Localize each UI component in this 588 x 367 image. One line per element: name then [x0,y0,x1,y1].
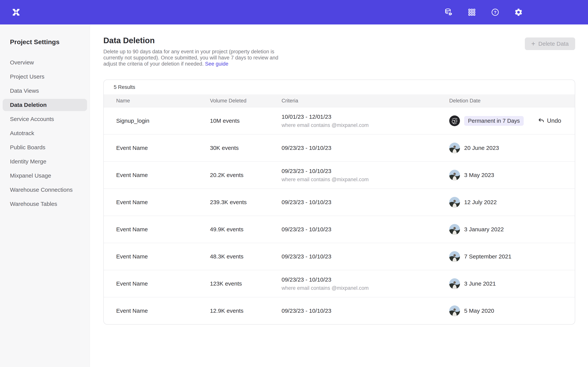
sidebar-item-project-users[interactable]: Project Users [3,71,87,83]
table-row: Event Name 123K events 09/23/23 - 10/10/… [104,270,575,297]
avatar [449,278,460,289]
sidebar-item-service-accounts[interactable]: Service Accounts [3,113,87,125]
table-header-row: Name Volume Deleted Criteria Deletion Da… [104,94,575,107]
deletion-table-card: 5 Results Name Volume Deleted Criteria D… [103,80,575,325]
row-name: Event Name [116,145,210,151]
topbar: ? [0,0,588,25]
sidebar-item-public-boards[interactable]: Public Boards [3,141,87,153]
row-criteria: 10/01/23 - 12/01/23 [282,114,449,120]
description-line: currently not supported). Once submitted… [103,55,278,61]
sidebar-item-data-views[interactable]: Data Views [3,85,87,97]
row-name: Signup_login [116,117,210,124]
deletion-date: 3 May 2023 [464,172,494,178]
row-volume: 20.2K events [210,172,282,178]
sidebar-item-identity-merge[interactable]: Identity Merge [3,155,87,168]
topbar-icon-group: ? [444,8,523,17]
deletion-date: 5 May 2020 [464,308,494,314]
table-row: Event Name 48.3K events 09/23/23 - 10/10… [104,243,575,270]
deletion-date: 3 January 2022 [464,226,504,233]
page-title: Data Deletion [103,36,278,45]
row-criteria-filter: where email contains @mixpanel.com [282,285,449,291]
column-header-volume: Volume Deleted [210,98,282,104]
row-volume: 30K events [210,145,282,151]
description-line: Delete up to 90 days data for any event … [103,49,274,54]
column-header-name: Name [116,98,210,104]
row-name: Event Name [116,172,210,178]
svg-text:?: ? [494,10,496,15]
database-gear-icon[interactable] [444,8,453,17]
row-volume: 10M events [210,117,282,124]
row-criteria: 09/23/23 - 10/10/23 [282,199,449,206]
row-criteria-filter: where email contains @mixpanel.com [282,122,449,128]
avatar [449,116,460,126]
plus-icon: + [531,40,535,47]
row-volume: 12.9K events [210,308,282,314]
page-description: Delete up to 90 days data for any event … [103,49,278,67]
row-criteria: 09/23/23 - 10/10/23 [282,308,449,314]
avatar [449,224,460,235]
avatar [449,197,460,208]
sidebar-title: Project Settings [3,38,87,46]
row-name: Event Name [116,308,210,314]
undo-icon [538,117,545,124]
column-header-criteria: Criteria [282,98,449,104]
row-volume: 49.9K events [210,226,282,233]
apps-grid-icon[interactable] [467,8,476,17]
table-row: Signup_login 10M events 10/01/23 - 12/01… [104,107,575,134]
mixpanel-logo-icon[interactable] [11,7,21,17]
avatar [449,305,460,316]
row-criteria: 09/23/23 - 10/10/23 [282,168,449,174]
sidebar-item-data-deletion[interactable]: Data Deletion [3,99,87,111]
row-volume: 239.3K events [210,199,282,206]
deletion-date: 20 June 2023 [464,145,499,151]
results-count: 5 Results [104,80,575,94]
table-row: Event Name 30K events 09/23/23 - 10/10/2… [104,134,575,161]
sidebar-item-mixpanel-usage[interactable]: Mixpanel Usage [3,170,87,182]
table-row: Event Name 49.9K events 09/23/23 - 10/10… [104,216,575,243]
row-name: Event Name [116,226,210,233]
settings-gear-icon[interactable] [514,8,523,17]
status-badge: Permanent in 7 Days [464,116,524,126]
row-criteria: 09/23/23 - 10/10/23 [282,226,449,233]
sidebar-item-warehouse-connections[interactable]: Warehouse Connections [3,184,87,196]
row-criteria: 09/23/23 - 10/10/23 [282,253,449,260]
description-line: adjust the criteria of your deletion if … [103,61,205,67]
row-volume: 48.3K events [210,253,282,260]
sidebar-nav: Overview Project Users Data Views Data D… [3,56,87,210]
row-name: Event Name [116,253,210,260]
sidebar-item-autotrack[interactable]: Autotrack [3,127,87,139]
avatar [449,170,460,180]
see-guide-link[interactable]: See guide [205,61,228,67]
sidebar-item-warehouse-tables[interactable]: Warehouse Tables [3,198,87,210]
sidebar-item-overview[interactable]: Overview [3,56,87,69]
avatar [449,251,460,262]
deletion-date: 3 June 2021 [464,280,496,287]
column-header-deletion-date: Deletion Date [449,98,575,104]
row-volume: 123K events [210,280,282,287]
sidebar: Project Settings Overview Project Users … [0,25,90,367]
undo-label: Undo [547,117,561,124]
row-criteria: 09/23/23 - 10/10/23 [282,145,449,151]
deletion-date: 7 September 2021 [464,253,511,260]
table-row: Event Name 239.3K events 09/23/23 - 10/1… [104,188,575,216]
table-row: Event Name 20.2K events 09/23/23 - 10/10… [104,161,575,188]
row-name: Event Name [116,199,210,206]
delete-data-button[interactable]: + Delete Data [525,37,575,50]
main-content: Data Deletion Delete up to 90 days data … [90,25,588,367]
table-row: Event Name 12.9K events 09/23/23 - 10/10… [104,297,575,324]
avatar [449,142,460,153]
delete-data-button-label: Delete Data [538,41,569,47]
help-icon[interactable]: ? [491,8,500,17]
undo-button[interactable]: Undo [538,117,561,124]
row-name: Event Name [116,280,210,287]
deletion-date: 12 July 2022 [464,199,497,206]
row-criteria-filter: where email contains @mixpanel.com [282,177,449,183]
row-criteria: 09/23/23 - 10/10/23 [282,276,449,283]
